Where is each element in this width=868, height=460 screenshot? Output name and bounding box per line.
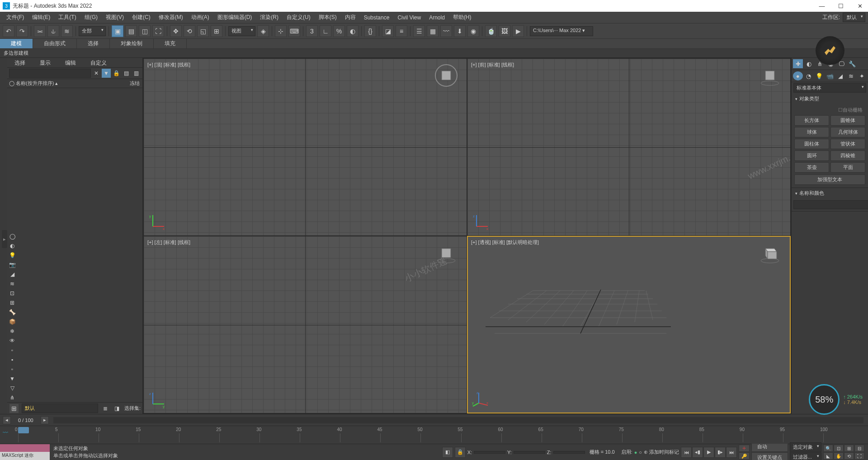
geosphere-button[interactable]: 几何球体 <box>830 127 865 137</box>
window-crossing-button[interactable]: ⛶ <box>152 25 164 37</box>
ribbon-tab-paint[interactable]: 对象绘制 <box>110 39 154 48</box>
lock-icon[interactable]: 🔒 <box>112 69 121 78</box>
create-tab-icon[interactable]: ✚ <box>793 59 803 68</box>
set-key-large-button[interactable]: ＋ <box>739 445 750 452</box>
maximize-viewport-button[interactable]: ⛶ <box>854 452 864 460</box>
schematic-button[interactable]: ⬇ <box>454 25 466 37</box>
rotate-button[interactable]: ⟲ <box>184 25 195 37</box>
set-key-button[interactable]: 设置关键点 <box>751 452 788 460</box>
menu-civilview[interactable]: Civil View <box>394 13 425 22</box>
cone-button[interactable]: 圆锥体 <box>830 115 865 126</box>
rectangular-region-button[interactable]: ◫ <box>139 25 151 37</box>
menu-modifier[interactable]: 修改器(M) <box>155 12 187 23</box>
link-button[interactable]: ⫘ <box>34 25 46 37</box>
goto-start-button[interactable]: ⏮ <box>681 447 692 458</box>
tube-button[interactable]: 管状体 <box>830 139 865 149</box>
viewport-front[interactable]: [+] [前] [标准] [线框] xz www.xxrjm.com <box>467 59 790 235</box>
menu-arnold[interactable]: Arnold <box>425 13 448 22</box>
next-key-button[interactable]: ▮▸ <box>715 447 726 458</box>
material-editor-button[interactable]: ◉ <box>467 25 479 37</box>
viewcube-left[interactable] <box>435 242 458 264</box>
next-frame-button[interactable]: ▸ <box>41 416 49 424</box>
expand-arrow-icon[interactable]: ▸ <box>2 230 7 248</box>
primitive-dropdown[interactable]: 标准基本体 <box>793 83 866 93</box>
play-button[interactable]: ▶ <box>703 447 714 458</box>
pan-button[interactable]: ✋ <box>834 452 844 460</box>
menu-tools[interactable]: 工具(T) <box>55 12 80 23</box>
torus-button[interactable]: 圆环 <box>794 150 829 161</box>
auto-grid-checkbox[interactable]: ☐ 自动栅格 <box>793 106 866 114</box>
angle-snap-button[interactable]: ∟ <box>320 25 331 37</box>
prev-frame-button[interactable]: ◂ <box>3 416 11 424</box>
viewport-label-left[interactable]: [+] [左] [标准] [线框] <box>147 239 190 246</box>
zoom-all-button[interactable]: ⊡ <box>834 445 844 452</box>
helpers-cat-icon[interactable]: ◢ <box>835 71 845 80</box>
keyboard-shortcut-button[interactable]: ⌨ <box>288 25 300 37</box>
goto-end-button[interactable]: ⏭ <box>726 447 737 458</box>
se-helper-icon[interactable]: ◢ <box>7 270 17 279</box>
percent-snap-button[interactable]: % <box>333 25 345 37</box>
se-hidden-icon[interactable]: 👁 <box>7 336 17 345</box>
orbit-button[interactable]: ⟲ <box>844 452 854 460</box>
se-spacewarp-icon[interactable]: ≋ <box>7 279 17 288</box>
modify-tab-icon[interactable]: ◐ <box>804 59 814 68</box>
menu-substance[interactable]: Substance <box>360 13 393 22</box>
se-funnel2-icon[interactable]: ▽ <box>7 384 17 393</box>
se-tab-edit[interactable]: 编辑 <box>58 58 83 67</box>
zoom-button[interactable]: 🔍 <box>823 445 833 452</box>
ribbon-tab-selection[interactable]: 选择 <box>77 39 110 48</box>
selection-filter-dropdown[interactable]: 全部 <box>79 26 106 36</box>
prev-key-button[interactable]: ◂▮ <box>692 447 703 458</box>
systems-cat-icon[interactable]: ✦ <box>857 71 867 80</box>
menu-customize[interactable]: 自定义(U) <box>283 12 314 23</box>
se-container-icon[interactable]: 📦 <box>7 317 17 326</box>
track-scrubber[interactable] <box>53 417 863 423</box>
se-column-header[interactable]: ◯ 名称(按升序排序) ▴ 冻结 <box>7 79 142 88</box>
plane-button[interactable]: 平面 <box>830 162 865 173</box>
viewport-top[interactable]: [+] [顶] [标准] [线框] xy <box>144 59 467 235</box>
view-mode-icon[interactable]: ▤ <box>122 69 131 78</box>
se-blank3-icon[interactable]: ▫ <box>7 365 17 374</box>
se-hierarchy-icon[interactable]: ⋔ <box>7 393 17 402</box>
lights-cat-icon[interactable]: 💡 <box>814 71 824 80</box>
se-group-icon[interactable]: ⊡ <box>7 289 17 298</box>
z-coord-input[interactable] <box>553 451 585 454</box>
spinner-snap-button[interactable]: ◐ <box>347 25 359 37</box>
se-blank2-icon[interactable]: ▪ <box>7 355 17 364</box>
menu-group[interactable]: 组(G) <box>81 12 101 23</box>
box-button[interactable]: 长方体 <box>794 115 829 126</box>
ribbon-tab-populate[interactable]: 填充 <box>154 39 187 48</box>
geometry-cat-icon[interactable]: ● <box>793 71 803 80</box>
ribbon-tab-modeling[interactable]: 建模 <box>0 39 33 48</box>
se-funnel-icon[interactable]: ▼ <box>7 374 17 383</box>
workspace-dropdown[interactable]: 默认 <box>843 13 865 22</box>
menu-animation[interactable]: 动画(A) <box>188 12 213 23</box>
select-object-button[interactable]: ▣ <box>112 25 123 37</box>
teapot-button[interactable]: 茶壶 <box>794 162 829 173</box>
menu-help[interactable]: 帮助(H) <box>449 12 475 23</box>
menu-file[interactable]: 文件(F) <box>3 12 28 23</box>
placement-button[interactable]: ⊞ <box>211 25 222 37</box>
pivot-center-button[interactable]: ◈ <box>257 25 269 37</box>
move-button[interactable]: ✥ <box>170 25 182 37</box>
toggle-ribbon-button[interactable]: ▦ <box>427 25 439 37</box>
object-name-input[interactable] <box>793 200 868 209</box>
maxscript-recorder[interactable] <box>0 444 50 452</box>
se-tab-select[interactable]: 选择 <box>7 58 33 67</box>
menu-render[interactable]: 渲染(R) <box>256 12 282 23</box>
close-button[interactable]: ✕ <box>854 3 865 9</box>
layer-explorer-button[interactable]: ☰ <box>413 25 425 37</box>
menu-edit[interactable]: 编辑(E) <box>28 12 54 23</box>
unlink-button[interactable]: ⫝ <box>47 25 59 37</box>
cylinder-button[interactable]: 圆柱体 <box>794 139 829 149</box>
project-path[interactable]: C:\Users\··· Max 2022 ▾ <box>530 26 593 36</box>
x-coord-input[interactable] <box>474 451 505 454</box>
rendered-frame-button[interactable]: 🖼 <box>499 25 510 37</box>
spacewarps-cat-icon[interactable]: ≋ <box>846 71 856 80</box>
key-filter-dropdown[interactable]: 过滤器... <box>790 452 821 460</box>
filter-icon[interactable]: ▼ <box>102 69 111 78</box>
se-geom-icon[interactable]: ◯ <box>7 232 17 241</box>
viewcube-front[interactable] <box>759 64 781 87</box>
isolate-toggle[interactable]: ◧ <box>442 447 453 458</box>
selected-object-dropdown[interactable]: 选定对象 <box>790 442 821 452</box>
